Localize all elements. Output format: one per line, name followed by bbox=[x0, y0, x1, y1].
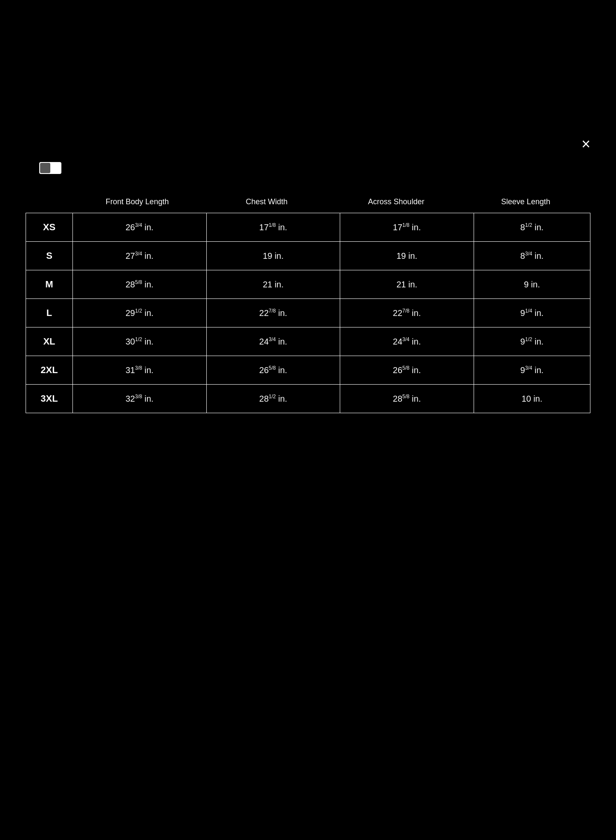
measurement-cell-chest_width: 19 in. bbox=[206, 242, 340, 270]
col-header-sleeve-length: Sleeve Length bbox=[461, 195, 590, 209]
col-header-chest-width: Chest Width bbox=[202, 195, 332, 209]
column-headers: Front Body Length Chest Width Across Sho… bbox=[26, 195, 590, 209]
measurement-cell-front_body_length: 263/4 in. bbox=[73, 213, 207, 242]
measurement-cell-chest_width: 227/8 in. bbox=[206, 299, 340, 327]
measurement-cell-front_body_length: 285/8 in. bbox=[73, 270, 207, 299]
col-header-across-shoulder: Across Shoulder bbox=[332, 195, 461, 209]
size-cell: M bbox=[26, 270, 73, 299]
measurements-header bbox=[26, 162, 590, 174]
measurement-cell-front_body_length: 301/2 in. bbox=[73, 327, 207, 356]
size-cell: 3XL bbox=[26, 385, 73, 413]
measurement-cell-front_body_length: 291/2 in. bbox=[73, 299, 207, 327]
measurement-cell-chest_width: 171/8 in. bbox=[206, 213, 340, 242]
measurement-cell-sleeve_length: 9 in. bbox=[474, 270, 590, 299]
size-chart-table: Front Body Length Chest Width Across Sho… bbox=[26, 195, 590, 413]
table-row: XL301/2 in.243/4 in.243/4 in.91/2 in. bbox=[26, 327, 590, 356]
close-button[interactable]: × bbox=[581, 136, 590, 152]
measurement-cell-sleeve_length: 91/4 in. bbox=[474, 299, 590, 327]
size-cell: L bbox=[26, 299, 73, 327]
measurement-cell-chest_width: 21 in. bbox=[206, 270, 340, 299]
table-row: S273/4 in.19 in.19 in.83/4 in. bbox=[26, 242, 590, 270]
table-row: 3XL323/8 in.281/2 in.285/8 in.10 in. bbox=[26, 385, 590, 413]
col-header-size bbox=[26, 195, 72, 209]
measurement-cell-sleeve_length: 93/4 in. bbox=[474, 356, 590, 385]
size-cell: XL bbox=[26, 327, 73, 356]
measurement-cell-across_shoulder: 21 in. bbox=[340, 270, 474, 299]
measurement-cell-chest_width: 265/8 in. bbox=[206, 356, 340, 385]
table-row: XS263/4 in.171/8 in.171/8 in.81/2 in. bbox=[26, 213, 590, 242]
measurement-cell-across_shoulder: 265/8 in. bbox=[340, 356, 474, 385]
measurement-cell-sleeve_length: 83/4 in. bbox=[474, 242, 590, 270]
size-data-table: XS263/4 in.171/8 in.171/8 in.81/2 in.S27… bbox=[26, 213, 590, 413]
unit-toggle[interactable] bbox=[39, 162, 61, 174]
measurement-cell-across_shoulder: 19 in. bbox=[340, 242, 474, 270]
size-cell: XS bbox=[26, 213, 73, 242]
measurement-cell-across_shoulder: 227/8 in. bbox=[340, 299, 474, 327]
toggle-knob bbox=[40, 163, 50, 173]
size-cell: 2XL bbox=[26, 356, 73, 385]
measurement-cell-sleeve_length: 81/2 in. bbox=[474, 213, 590, 242]
measurement-cell-chest_width: 281/2 in. bbox=[206, 385, 340, 413]
measurement-cell-across_shoulder: 243/4 in. bbox=[340, 327, 474, 356]
size-cell: S bbox=[26, 242, 73, 270]
measurement-cell-front_body_length: 273/4 in. bbox=[73, 242, 207, 270]
table-row: M285/8 in.21 in.21 in.9 in. bbox=[26, 270, 590, 299]
col-header-front-body-length: Front Body Length bbox=[72, 195, 202, 209]
modal-content: Front Body Length Chest Width Across Sho… bbox=[26, 162, 590, 413]
measurement-cell-sleeve_length: 10 in. bbox=[474, 385, 590, 413]
measurement-cell-front_body_length: 323/8 in. bbox=[73, 385, 207, 413]
measurement-cell-across_shoulder: 285/8 in. bbox=[340, 385, 474, 413]
measurement-cell-across_shoulder: 171/8 in. bbox=[340, 213, 474, 242]
measurement-cell-sleeve_length: 91/2 in. bbox=[474, 327, 590, 356]
measurement-cell-chest_width: 243/4 in. bbox=[206, 327, 340, 356]
table-row: L291/2 in.227/8 in.227/8 in.91/4 in. bbox=[26, 299, 590, 327]
table-row: 2XL313/8 in.265/8 in.265/8 in.93/4 in. bbox=[26, 356, 590, 385]
measurement-cell-front_body_length: 313/8 in. bbox=[73, 356, 207, 385]
